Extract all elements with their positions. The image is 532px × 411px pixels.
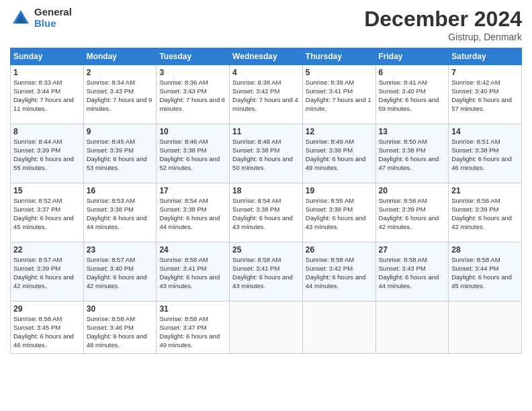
day-header-saturday: Saturday bbox=[449, 48, 522, 65]
sunset-text: Sunset: 3:38 PM bbox=[232, 146, 300, 155]
sunrise-text: Sunrise: 8:55 AM bbox=[306, 197, 373, 205]
day-number: 28 bbox=[451, 244, 519, 255]
sunrise-text: Sunrise: 8:58 AM bbox=[232, 256, 300, 265]
day-number: 2 bbox=[87, 67, 154, 78]
daylight-text: Daylight: 6 hours and 45 minutes. bbox=[13, 214, 81, 232]
sunset-text: Sunset: 3:42 PM bbox=[232, 87, 300, 96]
daylight-text: Daylight: 6 hours and 43 minutes. bbox=[232, 214, 300, 232]
daylight-text: Daylight: 6 hours and 46 minutes. bbox=[13, 332, 81, 350]
daylight-text: Daylight: 6 hours and 44 minutes. bbox=[87, 214, 154, 232]
calendar-cell bbox=[375, 302, 449, 354]
calendar-cell bbox=[449, 302, 522, 354]
daylight-text: Daylight: 6 hours and 42 minutes. bbox=[451, 214, 519, 232]
calendar-cell: 22Sunrise: 8:57 AMSunset: 3:39 PMDayligh… bbox=[11, 242, 84, 302]
day-number: 10 bbox=[159, 126, 226, 137]
daylight-text: Daylight: 6 hours and 49 minutes. bbox=[306, 155, 373, 173]
day-number: 18 bbox=[232, 185, 300, 196]
daylight-text: Daylight: 6 hours and 49 minutes. bbox=[159, 332, 226, 350]
daylight-text: Daylight: 6 hours and 43 minutes. bbox=[306, 214, 373, 232]
daylight-text: Daylight: 6 hours and 59 minutes. bbox=[379, 96, 446, 113]
calendar-cell: 31Sunrise: 8:58 AMSunset: 3:47 PMDayligh… bbox=[157, 302, 230, 354]
calendar-week-2: 8Sunrise: 8:44 AMSunset: 3:39 PMDaylight… bbox=[11, 124, 522, 183]
sunset-text: Sunset: 3:41 PM bbox=[232, 265, 300, 273]
calendar-cell bbox=[230, 302, 303, 354]
calendar-cell bbox=[302, 302, 375, 354]
daylight-text: Daylight: 6 hours and 55 minutes. bbox=[13, 155, 81, 173]
day-number: 7 bbox=[451, 67, 519, 78]
sunset-text: Sunset: 3:40 PM bbox=[87, 265, 154, 273]
sunset-text: Sunset: 3:44 PM bbox=[451, 265, 519, 273]
sunset-text: Sunset: 3:38 PM bbox=[306, 205, 373, 214]
calendar-cell: 30Sunrise: 8:58 AMSunset: 3:46 PMDayligh… bbox=[83, 302, 157, 354]
daylight-text: Daylight: 6 hours and 52 minutes. bbox=[159, 155, 226, 173]
day-header-tuesday: Tuesday bbox=[157, 48, 230, 65]
sunset-text: Sunset: 3:38 PM bbox=[379, 146, 446, 155]
day-number: 14 bbox=[451, 126, 519, 137]
sunrise-text: Sunrise: 8:53 AM bbox=[87, 197, 154, 205]
sunset-text: Sunset: 3:39 PM bbox=[451, 205, 519, 214]
sunrise-text: Sunrise: 8:58 AM bbox=[87, 315, 154, 324]
sunset-text: Sunset: 3:43 PM bbox=[87, 87, 154, 96]
calendar-week-3: 15Sunrise: 8:52 AMSunset: 3:37 PMDayligh… bbox=[11, 183, 522, 242]
calendar-cell: 5Sunrise: 8:39 AMSunset: 3:41 PMDaylight… bbox=[302, 65, 375, 124]
sunset-text: Sunset: 3:46 PM bbox=[87, 324, 154, 332]
daylight-text: Daylight: 6 hours and 43 minutes. bbox=[159, 273, 226, 291]
day-number: 21 bbox=[451, 185, 519, 196]
sunset-text: Sunset: 3:39 PM bbox=[379, 205, 446, 214]
calendar-week-4: 22Sunrise: 8:57 AMSunset: 3:39 PMDayligh… bbox=[11, 242, 522, 302]
day-header-friday: Friday bbox=[375, 48, 449, 65]
sunrise-text: Sunrise: 8:57 AM bbox=[13, 256, 81, 265]
logo-text: General Blue bbox=[34, 7, 72, 29]
day-header-sunday: Sunday bbox=[11, 48, 84, 65]
calendar-cell: 8Sunrise: 8:44 AMSunset: 3:39 PMDaylight… bbox=[11, 124, 84, 183]
calendar-cell: 19Sunrise: 8:55 AMSunset: 3:38 PMDayligh… bbox=[302, 183, 375, 242]
calendar-cell: 16Sunrise: 8:53 AMSunset: 3:38 PMDayligh… bbox=[83, 183, 157, 242]
daylight-text: Daylight: 7 hours and 11 minutes. bbox=[13, 96, 81, 113]
sunrise-text: Sunrise: 8:34 AM bbox=[87, 79, 154, 87]
sunrise-text: Sunrise: 8:44 AM bbox=[13, 138, 81, 146]
sunrise-text: Sunrise: 8:39 AM bbox=[306, 79, 373, 87]
calendar-cell: 27Sunrise: 8:58 AMSunset: 3:43 PMDayligh… bbox=[375, 242, 449, 302]
calendar-cell: 2Sunrise: 8:34 AMSunset: 3:43 PMDaylight… bbox=[83, 65, 157, 124]
day-number: 12 bbox=[306, 126, 373, 137]
daylight-text: Daylight: 6 hours and 53 minutes. bbox=[87, 155, 154, 173]
sunrise-text: Sunrise: 8:58 AM bbox=[451, 256, 519, 265]
sunset-text: Sunset: 3:39 PM bbox=[13, 265, 81, 273]
daylight-text: Daylight: 7 hours and 6 minutes. bbox=[159, 96, 226, 113]
calendar-cell: 4Sunrise: 8:38 AMSunset: 3:42 PMDaylight… bbox=[230, 65, 303, 124]
month-title: December 2024 bbox=[364, 7, 522, 32]
calendar-cell: 20Sunrise: 8:56 AMSunset: 3:39 PMDayligh… bbox=[375, 183, 449, 242]
sunset-text: Sunset: 3:38 PM bbox=[232, 205, 300, 214]
day-number: 16 bbox=[87, 185, 154, 196]
calendar-week-1: 1Sunrise: 8:33 AMSunset: 3:44 PMDaylight… bbox=[11, 65, 522, 124]
day-number: 1 bbox=[13, 67, 81, 78]
calendar-cell: 10Sunrise: 8:46 AMSunset: 3:38 PMDayligh… bbox=[157, 124, 230, 183]
daylight-text: Daylight: 6 hours and 42 minutes. bbox=[379, 214, 446, 232]
daylight-text: Daylight: 6 hours and 57 minutes. bbox=[451, 96, 519, 113]
calendar-cell: 1Sunrise: 8:33 AMSunset: 3:44 PMDaylight… bbox=[11, 65, 84, 124]
page: General Blue December 2024 Gistrup, Denm… bbox=[0, 0, 532, 411]
calendar-cell: 3Sunrise: 8:36 AMSunset: 3:43 PMDaylight… bbox=[157, 65, 230, 124]
sunset-text: Sunset: 3:47 PM bbox=[159, 324, 226, 332]
calendar-cell: 28Sunrise: 8:58 AMSunset: 3:44 PMDayligh… bbox=[449, 242, 522, 302]
sunset-text: Sunset: 3:40 PM bbox=[379, 87, 446, 96]
sunrise-text: Sunrise: 8:57 AM bbox=[87, 256, 154, 265]
sunrise-text: Sunrise: 8:58 AM bbox=[306, 256, 373, 265]
day-number: 24 bbox=[159, 244, 226, 255]
calendar-cell: 18Sunrise: 8:54 AMSunset: 3:38 PMDayligh… bbox=[230, 183, 303, 242]
location-subtitle: Gistrup, Denmark bbox=[364, 32, 522, 42]
sunrise-text: Sunrise: 8:38 AM bbox=[232, 79, 300, 87]
sunset-text: Sunset: 3:43 PM bbox=[159, 87, 226, 96]
sunset-text: Sunset: 3:38 PM bbox=[451, 146, 519, 155]
calendar-cell: 12Sunrise: 8:49 AMSunset: 3:38 PMDayligh… bbox=[302, 124, 375, 183]
header: General Blue December 2024 Gistrup, Denm… bbox=[10, 7, 522, 42]
calendar-header-row: SundayMondayTuesdayWednesdayThursdayFrid… bbox=[11, 48, 522, 65]
daylight-text: Daylight: 6 hours and 43 minutes. bbox=[232, 273, 300, 291]
calendar-cell: 7Sunrise: 8:42 AMSunset: 3:40 PMDaylight… bbox=[449, 65, 522, 124]
daylight-text: Daylight: 6 hours and 48 minutes. bbox=[87, 332, 154, 350]
logo-icon bbox=[10, 7, 32, 29]
sunset-text: Sunset: 3:44 PM bbox=[13, 87, 81, 96]
day-number: 19 bbox=[306, 185, 373, 196]
sunrise-text: Sunrise: 8:48 AM bbox=[232, 138, 300, 146]
title-block: December 2024 Gistrup, Denmark bbox=[364, 7, 522, 42]
